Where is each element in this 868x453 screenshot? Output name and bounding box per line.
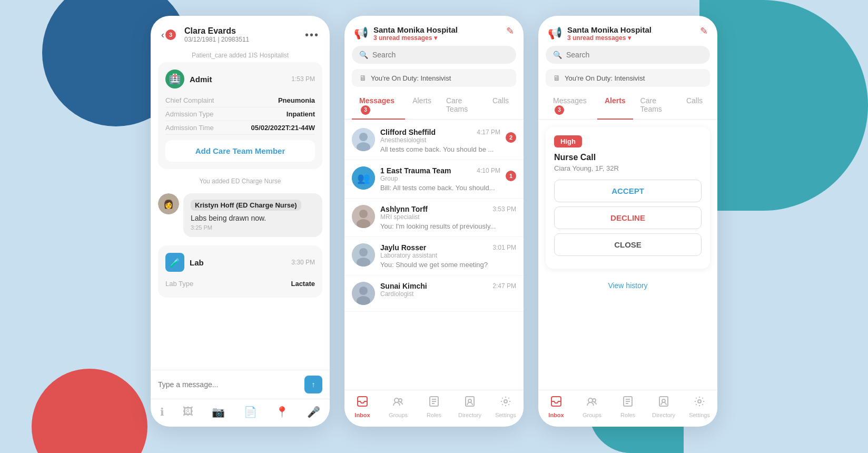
admission-type-row: Admission Type Inpatient [165, 107, 315, 121]
search-input[interactable] [372, 51, 509, 59]
chat-bubble: Kristyn Hoff (ED Charge Nurse) Labs bein… [183, 193, 322, 237]
patient-meta: 03/12/1981 | 20983511 [184, 36, 301, 43]
message-item-clifford[interactable]: Clifford Sheffild 4:17 PM Anesthesiologi… [344, 122, 524, 160]
microphone-icon[interactable]: 🎤 [307, 406, 320, 418]
chief-complaint-label: Chief Complaint [165, 96, 214, 104]
phone3-bottom-nav: Inbox Groups Roles Directory [538, 390, 717, 427]
svg-point-25 [588, 398, 593, 402]
clifford-avatar [352, 128, 375, 151]
info-icon[interactable]: ℹ [160, 406, 164, 418]
phone2-header: 📢 Santa Monika Hospital 3 unread message… [344, 16, 524, 46]
clifford-badge: 2 [506, 132, 516, 143]
tab-messages[interactable]: Messages 3 [352, 92, 405, 119]
nav-groups-3[interactable]: Groups [574, 396, 610, 418]
phone3-tabs: Messages 3 Alerts Care Teams Calls [538, 92, 717, 120]
jaylu-role: Laboratory assistant [380, 252, 516, 259]
back-button[interactable]: ‹ 3 [161, 29, 176, 41]
duty-label-3: You're On Duty: Intensivist [565, 74, 645, 82]
search-input-3[interactable] [566, 51, 703, 59]
trauma-avatar: 👥 [352, 166, 375, 190]
system-message-2: You added ED Charge Nurse [158, 175, 322, 187]
lab-time: 3:30 PM [291, 259, 315, 266]
trauma-role: Group [380, 175, 500, 182]
back-icon: ‹ [161, 29, 164, 41]
jaylu-preview: You: Should we get some meeting? [380, 261, 516, 269]
add-care-team-button[interactable]: Add Care Team Member [165, 140, 315, 162]
message-input[interactable] [158, 380, 299, 389]
unread-arrow-3: ▾ [628, 34, 631, 42]
unread-arrow: ▾ [434, 34, 437, 42]
tab-calls[interactable]: Calls [485, 92, 516, 119]
compose-button[interactable]: ✎ [506, 25, 514, 37]
groups-label-3: Groups [583, 412, 601, 418]
nav-groups[interactable]: Groups [380, 396, 416, 418]
sunai-msg-top: Sunai Kimchi 2:47 PM [380, 282, 516, 290]
tab-messages-3[interactable]: Messages 3 [546, 92, 597, 119]
svg-point-33 [698, 400, 701, 403]
admission-time-value: 05/02/2022T:21-44W [251, 124, 315, 132]
svg-point-6 [359, 210, 368, 218]
decline-button[interactable]: DECLINE [554, 206, 702, 229]
lab-card: 🧪 Lab 3:30 PM Lab Type Lactate [158, 245, 322, 298]
message-item-jaylu[interactable]: Jaylu Rosser 3:01 PM Laboratory assistan… [344, 237, 524, 275]
jaylu-time: 3:01 PM [492, 244, 516, 251]
messages-badge: 3 [361, 105, 370, 115]
tab-alerts-3[interactable]: Alerts [597, 92, 633, 119]
accept-button[interactable]: ACCEPT [554, 180, 702, 202]
settings-icon-3 [694, 396, 705, 410]
phone2-bottom-nav: Inbox Groups Roles Directory [344, 390, 524, 427]
lab-icon: 🧪 [165, 253, 184, 272]
message-item-sunai[interactable]: Sunai Kimchi 2:47 PM Cardiologist [344, 275, 524, 312]
send-button[interactable]: ↑ [304, 376, 322, 393]
more-menu-button[interactable]: ••• [305, 29, 319, 41]
clifford-role: Anesthesiologist [380, 136, 500, 144]
lab-card-header: 🧪 Lab 3:30 PM [165, 253, 315, 272]
location-icon[interactable]: 📍 [275, 406, 289, 418]
sunai-avatar [352, 282, 375, 305]
clifford-name: Clifford Sheffild [380, 128, 436, 136]
trauma-name: 1 East Trauma Team [380, 166, 451, 175]
admission-time-row: Admission Time 05/02/2022T:21-44W [165, 121, 315, 135]
lab-type-row: Lab Type Lactate [165, 277, 315, 290]
close-button[interactable]: CLOSE [554, 233, 702, 256]
image-icon[interactable]: 🖼 [183, 406, 193, 418]
lab-title: Lab [190, 258, 204, 267]
hospital-name-3: Santa Monika Hospital [567, 25, 695, 34]
nav-directory[interactable]: Directory [452, 396, 488, 418]
admission-type-label: Admission Type [165, 110, 214, 118]
trauma-time: 4:10 PM [477, 167, 500, 174]
document-icon[interactable]: 📄 [244, 406, 257, 418]
message-item-trauma[interactable]: 👥 1 East Trauma Team 4:10 PM Group Bill:… [344, 160, 524, 199]
unread-label-3: 3 unread messages [567, 34, 626, 42]
duty-bar: 🖥 You're On Duty: Intensivist [352, 69, 516, 87]
message-item-ashlynn[interactable]: Ashlynn Torff 3:53 PM MRI specialist You… [344, 199, 524, 237]
chat-time: 3:25 PM [191, 224, 315, 231]
search-bar: 🔍 [352, 46, 516, 64]
view-history-link[interactable]: View history [538, 274, 717, 297]
svg-point-23 [504, 400, 507, 403]
directory-label-3: Directory [652, 412, 675, 418]
megaphone-icon: 📢 [354, 26, 368, 40]
admit-title: Admit [190, 75, 212, 84]
clifford-msg-top: Clifford Sheffild 4:17 PM [380, 128, 500, 136]
tab-calls-3[interactable]: Calls [679, 92, 710, 119]
directory-icon [464, 396, 476, 410]
tab-alerts[interactable]: Alerts [405, 92, 439, 119]
nav-directory-3[interactable]: Directory [646, 396, 682, 418]
inbox-label: Inbox [354, 412, 370, 418]
nav-roles-3[interactable]: Roles [610, 396, 646, 418]
camera-icon[interactable]: 📷 [212, 406, 225, 418]
duty-bar-3: 🖥 You're On Duty: Intensivist [546, 69, 710, 87]
nav-settings[interactable]: Settings [488, 396, 524, 418]
compose-button-3[interactable]: ✎ [700, 25, 708, 37]
notification-badge: 3 [165, 29, 176, 40]
tab-care-teams-3[interactable]: Care Teams [633, 92, 679, 119]
tab-care-teams[interactable]: Care Teams [439, 92, 485, 119]
nav-inbox[interactable]: Inbox [344, 396, 380, 418]
inbox-icon [357, 396, 368, 410]
phones-wrapper: ‹ 3 Clara Evards 03/12/1981 | 20983511 •… [0, 16, 868, 427]
nav-inbox-3[interactable]: Inbox [538, 396, 574, 418]
ashlynn-name: Ashlynn Torff [380, 205, 428, 213]
nav-roles[interactable]: Roles [416, 396, 452, 418]
nav-settings-3[interactable]: Settings [682, 396, 717, 418]
